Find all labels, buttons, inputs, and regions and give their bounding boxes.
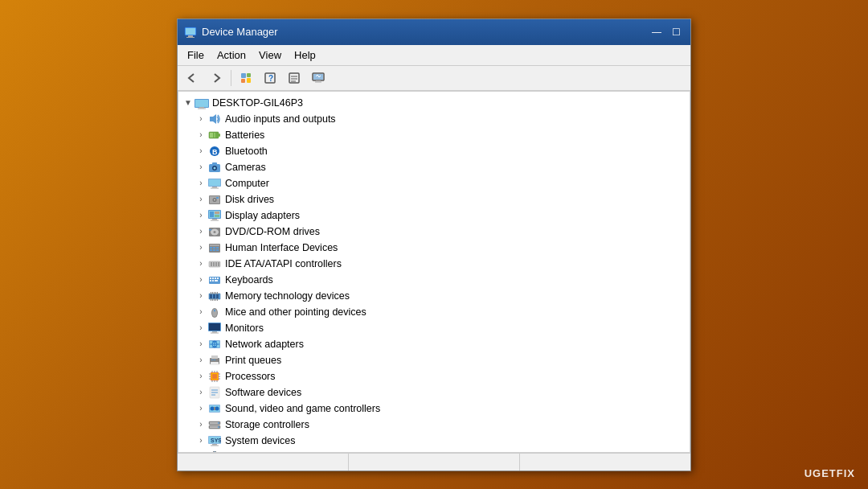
- svg-point-130: [211, 406, 215, 410]
- svg-rect-108: [214, 360, 215, 360]
- svg-rect-96: [209, 323, 220, 331]
- list-item[interactable]: › Monitors: [178, 320, 690, 336]
- list-item[interactable]: › DVD/CD-ROM drives: [178, 224, 690, 240]
- svg-rect-17: [315, 81, 321, 82]
- list-item[interactable]: › SYS System devices: [178, 433, 690, 449]
- item-label: Storage controllers: [225, 419, 309, 430]
- title-controls: — ☐: [649, 25, 684, 39]
- display-icon: [207, 209, 222, 222]
- list-item[interactable]: ›: [178, 368, 690, 384]
- item-label: Audio inputs and outputs: [225, 113, 336, 125]
- svg-rect-22: [195, 100, 208, 107]
- toolbar: ?: [178, 66, 690, 91]
- svg-rect-82: [217, 292, 218, 294]
- menu-action[interactable]: Action: [211, 47, 252, 64]
- monitor-button[interactable]: [307, 68, 330, 88]
- svg-rect-83: [211, 298, 211, 301]
- list-item[interactable]: › B Bluetooth: [178, 143, 690, 159]
- list-item[interactable]: › Software devices: [178, 384, 690, 401]
- list-item[interactable]: › Storage controllers: [178, 417, 690, 433]
- back-button[interactable]: [181, 68, 203, 88]
- svg-rect-111: [212, 374, 217, 379]
- batteries-icon: [207, 129, 222, 142]
- svg-text:B: B: [212, 148, 218, 156]
- svg-rect-49: [210, 212, 214, 217]
- system-icon: SYS: [207, 434, 222, 447]
- minimize-button[interactable]: —: [649, 25, 665, 39]
- list-item[interactable]: › Cameras: [178, 159, 690, 175]
- svg-rect-90: [216, 294, 219, 298]
- tree-root[interactable]: ▼ DESKTOP-GIL46P3: [178, 95, 690, 111]
- list-item[interactable]: › IDE ATA/ATAPI controllers: [178, 256, 690, 272]
- list-item[interactable]: › Batteries: [178, 127, 690, 143]
- svg-rect-58: [210, 247, 212, 249]
- forward-button[interactable]: [205, 68, 227, 88]
- svg-rect-76: [215, 280, 218, 281]
- svg-rect-2: [188, 35, 193, 37]
- chevron-icon: ›: [194, 434, 207, 447]
- dvd-icon: [207, 225, 222, 238]
- chevron-icon: ›: [194, 129, 207, 142]
- list-item[interactable]: › Memory: [178, 288, 690, 304]
- list-item[interactable]: › Mice and other pointing devices: [178, 304, 690, 320]
- chevron-icon: ›: [194, 113, 207, 125]
- svg-rect-86: [215, 298, 216, 301]
- svg-rect-38: [212, 187, 217, 188]
- menu-file[interactable]: File: [181, 47, 211, 64]
- status-section-3: [520, 454, 690, 471]
- toolbar-separator-1: [231, 70, 231, 86]
- properties-button[interactable]: ?: [259, 68, 281, 88]
- list-item[interactable]: › Disk drives: [178, 191, 690, 208]
- properties-list-button[interactable]: [283, 68, 305, 88]
- list-item[interactable]: › Network adapters: [178, 336, 690, 352]
- svg-rect-141: [212, 444, 217, 446]
- list-item[interactable]: › Audio inputs and outputs: [178, 111, 690, 127]
- root-icon: [194, 97, 209, 109]
- list-item[interactable]: › Print queues: [178, 352, 690, 368]
- item-label: Bluetooth: [225, 146, 268, 157]
- sound-icon: [207, 402, 222, 415]
- chevron-icon: ›: [194, 225, 207, 238]
- list-item[interactable]: › Computer: [178, 175, 690, 191]
- svg-text:?: ?: [268, 74, 273, 83]
- svg-rect-106: [211, 362, 219, 365]
- item-label: Print queues: [225, 355, 281, 366]
- device-tree[interactable]: ▼ DESKTOP-GIL46P3 › Audio: [178, 91, 690, 453]
- svg-rect-6: [241, 79, 245, 83]
- list-item[interactable]: › Display adapters: [178, 208, 690, 224]
- svg-rect-63: [216, 249, 219, 251]
- svg-rect-48: [211, 220, 219, 220]
- menu-help[interactable]: Help: [288, 47, 322, 64]
- menu-view[interactable]: View: [252, 47, 288, 64]
- software-icon: [207, 386, 222, 399]
- list-item[interactable]: › Sound, video and game controllers: [178, 401, 690, 417]
- item-label: IDE ATA/ATAPI controllers: [225, 258, 342, 269]
- chevron-icon: ›: [194, 145, 207, 158]
- svg-rect-29: [214, 133, 215, 138]
- svg-rect-87: [217, 298, 218, 301]
- refresh-button[interactable]: [235, 68, 257, 88]
- svg-rect-88: [210, 294, 212, 298]
- svg-rect-75: [212, 280, 214, 281]
- mouse-icon: [207, 306, 222, 318]
- svg-rect-47: [212, 219, 217, 220]
- list-item[interactable]: › Keyboards: [178, 272, 690, 288]
- window-title: Device Manager: [202, 26, 278, 38]
- chevron-icon: ›: [194, 273, 207, 286]
- maximize-button[interactable]: ☐: [668, 25, 684, 39]
- chevron-icon: ›: [194, 402, 207, 415]
- svg-rect-62: [213, 249, 215, 251]
- svg-rect-7: [247, 78, 251, 83]
- svg-rect-37: [209, 179, 220, 186]
- item-label: Keyboards: [225, 274, 273, 286]
- list-item[interactable]: › Human Interface Devices: [178, 240, 690, 256]
- svg-rect-39: [211, 187, 219, 188]
- svg-rect-79: [212, 292, 213, 294]
- item-label: Monitors: [225, 323, 264, 334]
- item-label: Sound, video and game controllers: [225, 403, 380, 414]
- chevron-icon: ›: [194, 177, 207, 190]
- chevron-icon: ›: [194, 290, 207, 302]
- item-label: DVD/CD-ROM drives: [225, 226, 320, 237]
- computer-icon: [207, 177, 222, 190]
- svg-point-34: [214, 166, 216, 169]
